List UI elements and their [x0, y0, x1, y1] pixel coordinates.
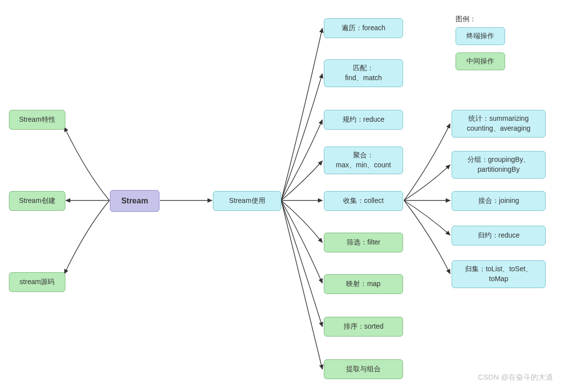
label: 接合：joining — [478, 196, 519, 206]
node-stream-usage: Stream使用 — [213, 191, 281, 211]
label: Stream特性 — [19, 115, 55, 125]
label: 统计：summarizing counting、averaging — [467, 114, 530, 133]
legend-title: 图例： — [456, 15, 476, 24]
label: 遍历：foreach — [342, 23, 386, 33]
legend-terminal: 终端操作 — [456, 27, 505, 45]
node-stream-root: Stream — [110, 190, 159, 212]
node-reduce2: 归约：reduce — [452, 226, 546, 245]
label: 分组：groupingBy、 partitioningBy — [467, 155, 530, 174]
node-filter: 筛选：filter — [324, 233, 403, 252]
legend-intermediate: 中间操作 — [456, 52, 505, 70]
label: 聚合： max、min、count — [336, 150, 391, 170]
label: Stream — [121, 196, 148, 206]
label: 映射：map — [346, 279, 380, 289]
node-tolist: 归集：toList、toSet、 toMap — [452, 260, 546, 288]
node-collect: 收集：collect — [324, 191, 403, 211]
label: 提取与组合 — [346, 364, 381, 374]
node-grouping: 分组：groupingBy、 partitioningBy — [452, 151, 546, 179]
node-stream-properties: Stream特性 — [9, 110, 65, 130]
node-stream-create: Stream创建 — [9, 191, 65, 211]
label: 排序：sorted — [344, 322, 384, 332]
node-aggregate: 聚合： max、min、count — [324, 147, 403, 174]
label: 归约：reduce — [478, 231, 520, 241]
label: 匹配： find、match — [345, 63, 382, 83]
node-map: 映射：map — [324, 274, 403, 294]
node-joining: 接合：joining — [452, 191, 546, 211]
label: 收集：collect — [343, 196, 384, 206]
label: Stream使用 — [229, 196, 265, 206]
watermark: CSDN @在奋斗的大道 — [478, 373, 553, 382]
label: 规约：reduce — [343, 115, 385, 125]
node-summarizing: 统计：summarizing counting、averaging — [452, 110, 546, 138]
node-reduce: 规约：reduce — [324, 110, 403, 130]
label: 中间操作 — [466, 56, 494, 66]
label: stream源码 — [20, 277, 55, 287]
label: 筛选：filter — [347, 238, 380, 247]
node-sorted: 排序：sorted — [324, 317, 403, 337]
node-foreach: 遍历：foreach — [324, 18, 403, 38]
node-match: 匹配： find、match — [324, 59, 403, 87]
label: 归集：toList、toSet、 toMap — [465, 264, 532, 284]
node-extract: 提取与组合 — [324, 359, 403, 379]
label: 终端操作 — [466, 31, 494, 41]
label: Stream创建 — [19, 196, 55, 206]
node-stream-source: stream源码 — [9, 272, 65, 292]
